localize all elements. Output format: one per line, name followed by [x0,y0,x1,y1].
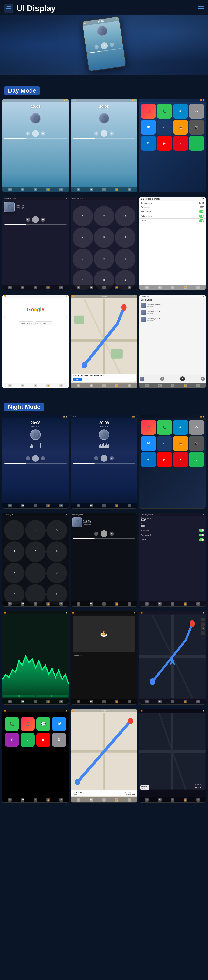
dial-7[interactable]: 7 [72,249,93,269]
dial-1[interactable]: 1 [72,206,93,226]
btm-1[interactable]: ⊞ [8,286,12,289]
btc-2[interactable]: ☎ [90,286,93,289]
npb-2[interactable]: ☎ [158,798,162,802]
nb2-5[interactable]: ⚙ [128,504,131,508]
nbm-5[interactable]: ⚙ [128,602,131,606]
trk-2[interactable]: TRACK 2 [19,695,35,697]
navi-zoom-in[interactable]: + [201,617,205,621]
nbm-3[interactable]: ♪ [102,602,106,606]
lmb-1[interactable]: ⊞ [145,384,148,387]
radio-app-icon[interactable]: 📻 [173,120,188,135]
mail-app-icon[interactable]: ✉ [141,136,156,151]
npb-5[interactable]: ⚙ [196,798,200,802]
cp-phone[interactable]: 📞 [5,717,19,731]
bt-next[interactable]: ⏭ [41,218,45,222]
night-auto-connect-toggle[interactable] [199,534,204,536]
bt-prev[interactable]: ⏮ [26,218,30,222]
cpb-2[interactable]: ☎ [21,798,24,802]
play-btn[interactable]: ⏸ [100,42,108,49]
google-lucky-btn[interactable]: I'm Feeling Lucky [35,321,52,325]
night-prev-2[interactable]: ⏮ [94,456,98,460]
nbs-4[interactable]: 📻 [184,602,187,606]
gb-2[interactable]: ☎ [21,384,24,387]
night-dial-7[interactable]: 7 [4,563,24,583]
lmb-4[interactable]: 📻 [184,384,187,387]
menu-icon[interactable] [198,6,204,10]
btc-5[interactable]: ⚙ [128,286,131,289]
next-1[interactable]: ⏭ [41,131,45,135]
nb1-5[interactable]: ⚙ [60,504,63,508]
night-netflix-icon[interactable]: N [173,452,188,467]
prev-2[interactable]: ⏮ [94,131,98,135]
night-spotify-icon[interactable]: ♪ [189,452,204,467]
np-play[interactable]: ▶ [198,786,199,789]
night-next-1[interactable]: ⏭ [41,456,45,460]
night-prev-1[interactable]: ⏮ [26,456,30,460]
np-prev[interactable]: ⏮ [195,786,197,789]
npb-4[interactable]: 📻 [184,798,187,802]
nb1-2[interactable]: ☎ [21,504,24,508]
night-power-toggle[interactable] [199,538,204,541]
cp-music[interactable]: 🎵 [20,717,35,731]
night-dial-2[interactable]: 2 [25,520,46,541]
bb-icon-5[interactable]: ⚙ [128,188,131,191]
night-bt-icon[interactable]: BT [157,436,172,451]
fb-5[interactable]: ⚙ [128,700,131,703]
night-auto-answer-toggle[interactable] [199,529,204,532]
bts-3[interactable]: ♪ [171,286,174,289]
nbm-4[interactable]: 📻 [115,602,118,606]
power-toggle[interactable] [199,220,204,222]
lm-item-1[interactable]: 华语歌曲_sample.mp3 中文歌手1 [139,302,206,309]
lm-item-3[interactable]: 华语歌曲_3.mp3 中文歌手3 [139,316,206,323]
ncb-5[interactable]: ⚙ [60,602,63,606]
night-phone-icon[interactable]: 📞 [157,420,172,435]
bts-1[interactable]: ⊞ [145,286,148,289]
night-dial-8[interactable]: 8 [25,563,46,583]
phone-app-icon[interactable]: 📞 [157,103,172,119]
nav-icon-4[interactable]: 📻 [46,188,50,191]
cp-messages[interactable]: 💬 [36,717,50,731]
fb-3[interactable]: ♪ [102,700,106,703]
navi-3d[interactable]: 3D [201,631,205,635]
google-search-bar[interactable] [5,315,67,319]
mb-2[interactable]: ☎ [90,384,93,387]
night-maps-icon[interactable]: 🗺 [141,436,156,451]
cpb-1[interactable]: ⊞ [8,798,12,802]
night-next-2[interactable]: ⏭ [110,456,114,460]
night-dial-6[interactable]: 6 [46,541,67,562]
trk-1[interactable]: TRACK 1 [3,695,19,697]
nb-2[interactable]: ☎ [158,700,162,703]
food-video[interactable]: 🍜 [72,616,136,652]
night-dial-4[interactable]: 4 [4,541,24,562]
cp-podcast[interactable]: 🎙 [5,733,19,747]
cp-maps[interactable]: 🗺 [52,717,66,731]
night-bt-play[interactable]: ⏸ [101,530,107,537]
tb-5[interactable]: ⚙ [60,700,63,703]
nb-3[interactable]: ♪ [171,700,174,703]
bb-icon-1[interactable]: ⊞ [77,188,80,191]
ncb-4[interactable]: 📻 [46,602,50,606]
npb-1[interactable]: ⊞ [145,798,148,802]
night-dial-3[interactable]: 3 [46,520,67,541]
dial-4[interactable]: 4 [72,228,93,248]
nav-icon-1[interactable]: ⊞ [8,188,12,191]
bb-icon-4[interactable]: 📻 [115,188,118,191]
play-1[interactable]: ⏸ [32,130,39,137]
prev-btn[interactable]: ⏮ [94,45,99,49]
bb-icon-2[interactable]: ☎ [90,188,93,191]
dial-5[interactable]: 5 [94,228,114,248]
ncb-3[interactable]: ♪ [34,602,37,606]
btm-5[interactable]: ⚙ [60,286,63,289]
trk-4[interactable]: TRACK 4 [52,695,68,697]
lmb-2[interactable]: ☎ [158,384,162,387]
night-play-1[interactable]: ⏸ [32,455,39,462]
hamburger-icon[interactable] [4,4,13,13]
night-dial-1[interactable]: 1 [4,520,24,541]
nb1-3[interactable]: ♪ [34,504,37,508]
night-play-2[interactable]: ⏸ [101,455,107,462]
youtube-app-icon[interactable]: ▶ [157,136,172,151]
nb2-4[interactable]: 📻 [115,504,118,508]
night-camera-icon[interactable]: 📷 [189,436,204,451]
nbs-2[interactable]: ☎ [158,602,162,606]
cpb-3[interactable]: ♪ [34,798,37,802]
